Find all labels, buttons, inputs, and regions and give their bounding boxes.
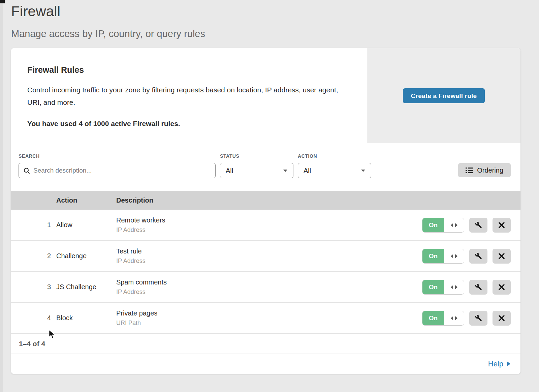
page-header: Firewall Manage access by IP, country, o… <box>0 0 539 39</box>
search-filter-group: SEARCH <box>19 153 216 178</box>
status-select-value: All <box>226 167 233 175</box>
rule-description-title: Private pages <box>116 309 422 317</box>
wrench-icon <box>475 314 482 322</box>
usage-summary: You have used 4 of 1000 active Firewall … <box>27 120 343 128</box>
help-link[interactable]: Help <box>488 360 510 368</box>
toggle-handle[interactable] <box>444 249 464 263</box>
table-row: 3 JS Challenge Spam comments IP Address … <box>11 272 520 303</box>
wrench-icon <box>475 252 482 260</box>
wrench-icon <box>475 283 482 291</box>
toggle-handle[interactable] <box>444 218 464 232</box>
edit-rule-button[interactable] <box>469 249 487 264</box>
filter-bar: SEARCH STATUS All ACTION All <box>11 143 520 191</box>
toggle-on-label[interactable]: On <box>422 249 444 263</box>
ordering-button[interactable]: Ordering <box>458 163 511 177</box>
edit-rule-button[interactable] <box>469 218 487 233</box>
toggle-handle[interactable] <box>444 311 464 325</box>
rule-controls: On <box>422 280 520 295</box>
rule-enabled-toggle[interactable]: On <box>422 218 464 233</box>
chevron-down-icon <box>361 169 366 172</box>
rule-action: Block <box>56 314 116 322</box>
left-right-arrows-icon <box>450 254 458 258</box>
action-select[interactable]: All <box>298 163 371 178</box>
rule-description: Spam comments IP Address <box>116 278 422 296</box>
search-icon <box>24 168 30 174</box>
pagination-text: 1–4 of 4 <box>19 340 45 348</box>
close-icon <box>499 315 505 321</box>
status-filter-group: STATUS All <box>220 153 293 178</box>
pagination-row: 1–4 of 4 <box>11 334 520 354</box>
search-label: SEARCH <box>19 153 216 159</box>
rule-description-title: Remote workers <box>116 216 422 224</box>
rule-controls: On <box>422 311 520 326</box>
ordering-button-label: Ordering <box>477 167 503 174</box>
action-filter-group: ACTION All <box>298 153 371 178</box>
column-header-description: Description <box>116 197 520 204</box>
delete-rule-button[interactable] <box>493 311 511 326</box>
close-icon <box>499 284 505 290</box>
card-description: Control incoming traffic to your zone by… <box>27 84 343 109</box>
info-section: Firewall Rules Control incoming traffic … <box>11 48 520 143</box>
delete-rule-button[interactable] <box>493 280 511 295</box>
column-header-action: Action <box>56 197 116 204</box>
table-header: Action Description <box>11 191 520 210</box>
search-input[interactable] <box>33 167 211 174</box>
rule-match-type: IP Address <box>116 289 422 296</box>
mouse-cursor <box>48 329 56 341</box>
create-rule-panel: Create a Firewall rule <box>367 48 520 143</box>
delete-rule-button[interactable] <box>493 218 511 233</box>
rules-table-body: 1 Allow Remote workers IP Address On <box>11 210 520 334</box>
rule-description-title: Spam comments <box>116 278 422 286</box>
chevron-right-icon <box>507 361 510 366</box>
toggle-handle[interactable] <box>444 280 464 294</box>
create-firewall-rule-button[interactable]: Create a Firewall rule <box>403 88 485 103</box>
edit-rule-button[interactable] <box>469 311 487 326</box>
rule-priority: 3 <box>47 283 56 291</box>
rule-controls: On <box>422 249 520 264</box>
delete-rule-button[interactable] <box>493 249 511 264</box>
rule-enabled-toggle[interactable]: On <box>422 311 464 326</box>
table-row: 1 Allow Remote workers IP Address On <box>11 210 520 241</box>
rule-description: Test rule IP Address <box>116 247 422 265</box>
page-subtitle: Manage access by IP, country, or query r… <box>11 28 539 39</box>
wrench-icon <box>475 221 482 229</box>
window-corner <box>0 0 5 3</box>
help-link-label: Help <box>488 360 503 368</box>
firewall-rules-card: Firewall Rules Control incoming traffic … <box>11 48 520 374</box>
rule-priority: 1 <box>47 221 56 229</box>
rule-match-type: IP Address <box>116 227 422 234</box>
rule-action: JS Challenge <box>56 283 116 291</box>
info-panel: Firewall Rules Control incoming traffic … <box>11 48 367 143</box>
action-label: ACTION <box>298 153 371 159</box>
rule-action: Allow <box>56 221 116 229</box>
status-label: STATUS <box>220 153 293 159</box>
rule-description: Private pages URI Path <box>116 309 422 327</box>
rule-description: Remote workers IP Address <box>116 216 422 234</box>
rule-match-type: URI Path <box>116 320 422 327</box>
ordered-list-icon <box>466 168 473 173</box>
card-heading: Firewall Rules <box>27 65 343 75</box>
rule-enabled-toggle[interactable]: On <box>422 249 464 264</box>
toggle-on-label[interactable]: On <box>422 280 444 294</box>
rule-priority: 2 <box>47 252 56 260</box>
rule-priority: 4 <box>47 314 56 322</box>
toggle-on-label[interactable]: On <box>422 218 444 232</box>
rule-enabled-toggle[interactable]: On <box>422 280 464 295</box>
table-row: 2 Challenge Test rule IP Address On <box>11 241 520 272</box>
toggle-on-label[interactable]: On <box>422 311 444 325</box>
page-title: Firewall <box>11 3 539 20</box>
rule-description-title: Test rule <box>116 247 422 255</box>
rule-action: Challenge <box>56 252 116 260</box>
help-row: Help <box>11 354 520 374</box>
table-row: 4 Block Private pages URI Path On <box>11 303 520 334</box>
rule-match-type: IP Address <box>116 258 422 265</box>
search-box[interactable] <box>19 163 216 178</box>
status-select[interactable]: All <box>220 163 293 178</box>
chevron-down-icon <box>283 169 288 172</box>
edit-rule-button[interactable] <box>469 280 487 295</box>
left-right-arrows-icon <box>450 285 458 289</box>
rule-controls: On <box>422 218 520 233</box>
close-icon <box>499 222 505 228</box>
left-right-arrows-icon <box>450 223 458 227</box>
left-right-arrows-icon <box>450 316 458 320</box>
